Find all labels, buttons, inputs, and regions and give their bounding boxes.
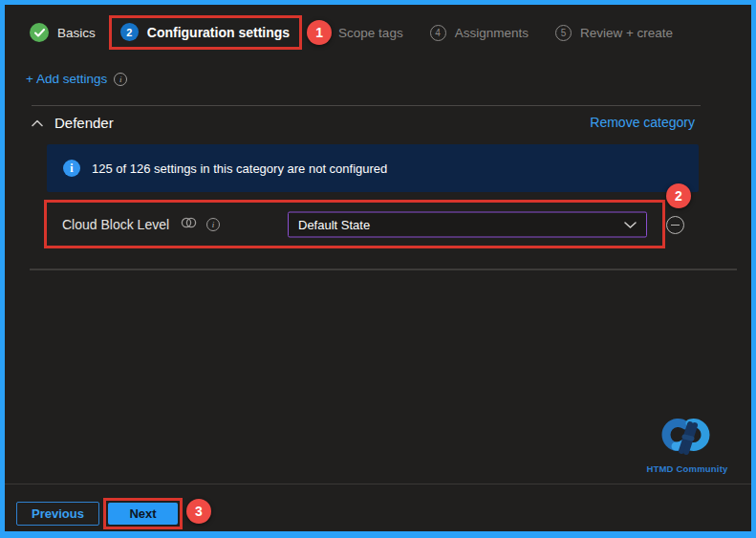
dropdown-selected-value: Default State (298, 217, 370, 231)
previous-button[interactable]: Previous (16, 502, 99, 526)
category-header: Defender Remove category (32, 114, 695, 131)
info-banner: i 125 of 126 settings in this category a… (47, 144, 699, 192)
add-settings-label: + Add settings (26, 72, 107, 86)
applicability-icon[interactable] (181, 216, 197, 233)
wizard-window: Basics 2 Configuration settings 1 Scope … (0, 0, 756, 538)
setting-label: Cloud Block Level (62, 217, 169, 232)
step-5-number-badge: 5 (555, 25, 572, 41)
tab-scope-tags-label: Scope tags (338, 26, 403, 40)
info-banner-message: 125 of 126 settings in this category are… (92, 161, 387, 176)
tab-assignments[interactable]: 4 Assignments (430, 25, 529, 41)
tab-assignments-label: Assignments (455, 26, 529, 40)
category-name: Defender (54, 115, 114, 131)
wizard-step-tabs: Basics 2 Configuration settings 1 Scope … (30, 14, 673, 51)
info-icon[interactable]: i (114, 73, 127, 86)
next-button-annotation-box: Next (103, 498, 183, 529)
step-4-number-badge: 4 (430, 25, 446, 41)
chevron-up-icon[interactable] (32, 114, 43, 131)
tab-review-create-label: Review + create (580, 26, 673, 40)
next-button[interactable]: Next (108, 503, 178, 525)
footer-divider (5, 484, 751, 484)
htmd-logo-icon (656, 418, 719, 458)
annotation-marker-2: 2 (666, 183, 691, 208)
tab-basics-label: Basics (57, 26, 96, 40)
setting-info-icon[interactable]: i (206, 218, 220, 231)
tab-configuration-settings-label: Configuration settings (147, 25, 290, 40)
annotation-marker-1: 1 (307, 20, 332, 45)
brand-block: HTMD Community (641, 418, 733, 474)
remove-setting-icon[interactable] (666, 216, 684, 234)
brand-name: HTMD Community (641, 463, 733, 474)
divider (32, 105, 701, 106)
setting-row-cloud-block-level: Cloud Block Level i Default State (44, 200, 665, 248)
step-2-number-badge: 2 (120, 23, 139, 41)
check-icon (30, 23, 49, 42)
annotation-marker-3: 3 (186, 499, 211, 524)
remove-category-link[interactable]: Remove category (590, 115, 695, 130)
info-banner-icon: i (63, 160, 80, 177)
tab-basics[interactable]: Basics (30, 23, 96, 42)
divider (30, 269, 737, 270)
tab-scope-tags[interactable]: Scope tags (338, 26, 403, 40)
tab-review-create[interactable]: 5 Review + create (555, 25, 673, 41)
tab-configuration-settings[interactable]: 2 Configuration settings (109, 15, 302, 50)
cloud-block-level-dropdown[interactable]: Default State (288, 211, 647, 237)
chevron-down-icon (624, 216, 637, 233)
add-settings-link[interactable]: + Add settings i (26, 72, 127, 86)
